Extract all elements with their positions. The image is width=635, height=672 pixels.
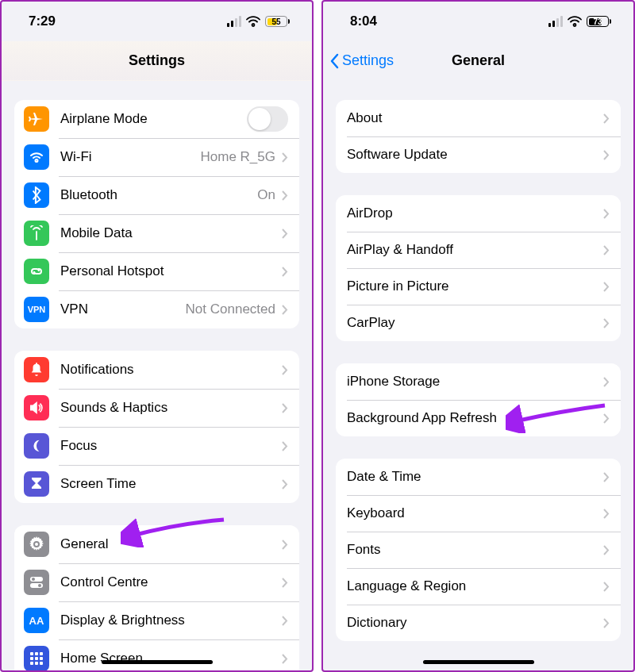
row-airdrop[interactable]: AirDrop: [336, 195, 621, 232]
row-background-app-refresh[interactable]: Background App Refresh: [336, 400, 621, 436]
chevron-right-icon: [282, 267, 288, 277]
bluetooth-icon: [24, 182, 49, 208]
row-label: Control Centre: [60, 574, 282, 590]
home-indicator[interactable]: [423, 660, 534, 664]
wifi-icon: [246, 16, 260, 27]
status-indicators: 55: [227, 16, 290, 27]
row-general[interactable]: General: [14, 525, 299, 563]
row-screen-time[interactable]: Screen Time: [14, 465, 299, 503]
row-label: General: [60, 536, 282, 552]
row-value: On: [257, 187, 275, 203]
status-time: 7:29: [29, 13, 56, 29]
row-fonts[interactable]: Fonts: [336, 532, 621, 568]
row-label: Picture in Picture: [347, 278, 603, 294]
airplane-icon: [24, 106, 49, 132]
chevron-right-icon: [282, 441, 288, 451]
svg-rect-9: [40, 657, 43, 660]
row-software-update[interactable]: Software Update: [336, 136, 621, 173]
page-title: General: [452, 52, 505, 69]
row-vpn[interactable]: VPN VPN Not Connected: [14, 290, 299, 328]
svg-rect-7: [30, 657, 33, 660]
status-bar: 8:04 73: [323, 2, 633, 41]
grid-icon: [24, 646, 49, 670]
row-date-time[interactable]: Date & Time: [336, 459, 621, 495]
row-wifi[interactable]: Wi-Fi Home R_5G: [14, 138, 299, 176]
status-bar: 7:29 55: [2, 2, 312, 41]
gear-icon: [24, 532, 49, 557]
chevron-right-icon: [603, 150, 610, 160]
row-airplane-mode[interactable]: Airplane Mode: [14, 100, 299, 138]
chevron-right-icon: [282, 578, 288, 588]
row-label: AirDrop: [347, 205, 603, 221]
row-label: Dictionary: [347, 615, 603, 631]
row-label: CarPlay: [347, 315, 603, 331]
row-label: Personal Hotspot: [60, 263, 282, 279]
row-airplay[interactable]: AirPlay & Handoff: [336, 232, 621, 268]
row-bluetooth[interactable]: Bluetooth On: [14, 176, 299, 214]
row-iphone-storage[interactable]: iPhone Storage: [336, 363, 621, 400]
svg-rect-6: [40, 652, 43, 655]
chevron-left-icon: [329, 53, 339, 69]
row-label: VPN: [60, 301, 186, 317]
row-value: Home R_5G: [201, 149, 275, 165]
storage-group: iPhone Storage Background App Refresh: [336, 363, 621, 436]
row-label: Mobile Data: [60, 225, 282, 241]
row-about[interactable]: About: [336, 100, 621, 136]
row-pip[interactable]: Picture in Picture: [336, 268, 621, 305]
airplane-toggle[interactable]: [247, 106, 288, 132]
about-group: About Software Update: [336, 100, 621, 173]
row-label: Focus: [60, 438, 282, 454]
row-language-region[interactable]: Language & Region: [336, 568, 621, 605]
row-label: Software Update: [347, 147, 603, 163]
row-home-screen[interactable]: Home Screen: [14, 639, 299, 670]
row-label: iPhone Storage: [347, 374, 603, 390]
chevron-right-icon: [603, 472, 610, 482]
row-label: Fonts: [347, 542, 603, 558]
chevron-right-icon: [282, 479, 288, 490]
row-notifications[interactable]: Notifications: [14, 351, 299, 389]
row-personal-hotspot[interactable]: Personal Hotspot: [14, 252, 299, 290]
row-control-centre[interactable]: Control Centre: [14, 563, 299, 601]
row-carplay[interactable]: CarPlay: [336, 305, 621, 341]
wifi-icon: [568, 16, 582, 27]
settings-list[interactable]: Airplane Mode Wi-Fi Home R_5G Bluetooth …: [2, 81, 312, 670]
chevron-right-icon: [603, 209, 610, 219]
row-mobile-data[interactable]: Mobile Data: [14, 214, 299, 252]
chevron-right-icon: [282, 616, 288, 626]
row-sounds[interactable]: Sounds & Haptics: [14, 389, 299, 427]
row-keyboard[interactable]: Keyboard: [336, 495, 621, 532]
hourglass-icon: [24, 471, 49, 497]
row-dictionary[interactable]: Dictionary: [336, 605, 621, 641]
row-label: Wi-Fi: [60, 149, 201, 165]
chevron-right-icon: [603, 245, 610, 255]
battery-icon: 55: [265, 16, 290, 27]
row-label: About: [347, 110, 603, 126]
svg-rect-4: [30, 652, 33, 655]
row-display[interactable]: AA Display & Brightness: [14, 601, 299, 639]
chevron-right-icon: [282, 152, 288, 163]
svg-rect-11: [35, 662, 38, 665]
chevron-right-icon: [603, 618, 610, 628]
home-indicator[interactable]: [102, 660, 213, 664]
chevron-right-icon: [603, 545, 610, 555]
svg-rect-8: [35, 657, 38, 660]
row-label: Sounds & Haptics: [60, 400, 282, 416]
chevron-right-icon: [603, 377, 610, 387]
general-list[interactable]: About Software Update AirDrop AirPlay & …: [323, 81, 633, 670]
row-label: Keyboard: [347, 505, 603, 521]
airplay-group: AirDrop AirPlay & Handoff Picture in Pic…: [336, 195, 621, 341]
moon-icon: [24, 433, 49, 459]
row-label: Notifications: [60, 362, 282, 378]
back-button[interactable]: Settings: [329, 52, 394, 69]
row-label: Background App Refresh: [347, 410, 603, 426]
wifi-settings-icon: [24, 144, 49, 170]
connectivity-group: Airplane Mode Wi-Fi Home R_5G Bluetooth …: [14, 100, 299, 328]
chevron-right-icon: [282, 228, 288, 239]
row-label: Home Screen: [60, 651, 282, 666]
row-focus[interactable]: Focus: [14, 427, 299, 465]
row-value: Not Connected: [186, 301, 275, 317]
chevron-right-icon: [282, 365, 288, 375]
svg-point-3: [38, 584, 41, 587]
row-label: Date & Time: [347, 469, 603, 485]
cellular-signal-icon: [227, 16, 241, 27]
